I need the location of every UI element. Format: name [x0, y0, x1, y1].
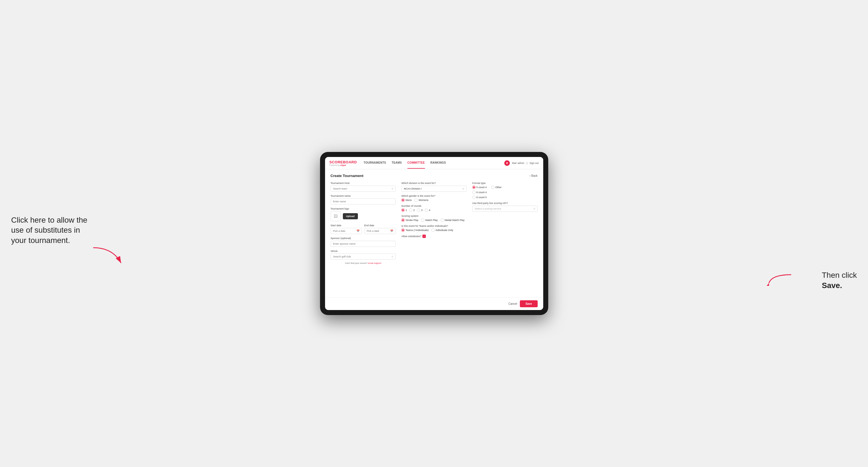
individuals-radio[interactable] — [431, 228, 435, 232]
6count5-radio[interactable] — [472, 196, 475, 199]
round-1[interactable]: 1 — [401, 209, 407, 212]
scoring-medal-match[interactable]: Medal Match Play — [440, 218, 465, 222]
format-field-group: Format type 5 count 4 Other — [472, 182, 538, 199]
host-dropdown-arrow: ▽ — [392, 188, 393, 190]
navigation: SCOREBOARD Powered by clippd TOURNAMENTS… — [325, 157, 543, 169]
other-radio[interactable] — [491, 186, 495, 189]
medal-match-radio[interactable] — [440, 218, 444, 222]
round-3-radio[interactable] — [417, 209, 420, 212]
host-text-input[interactable] — [333, 187, 392, 190]
format-6count5[interactable]: 6 count 5 — [472, 196, 538, 199]
page-footer: Cancel Save — [325, 297, 543, 310]
event-for-label: Is this event for Teams and/or Individua… — [401, 225, 467, 227]
match-play-radio[interactable] — [421, 218, 425, 222]
end-date-text[interactable] — [367, 229, 390, 232]
tournament-name-input[interactable] — [331, 198, 396, 205]
save-button[interactable]: Save — [520, 300, 537, 307]
cancel-button[interactable]: Cancel — [508, 302, 517, 305]
calendar-icon-end: 📅 — [390, 229, 393, 232]
host-input[interactable]: ▽ — [331, 186, 396, 192]
venue-field-group: Venue ▽ Can't find your venue? email sup… — [331, 250, 396, 264]
scoring-match[interactable]: Match Play — [421, 218, 438, 222]
end-date-input[interactable]: 📅 — [364, 228, 396, 234]
sponsor-label: Sponsor (optional) — [331, 237, 396, 240]
scoring-api-select[interactable]: Select a scoring service ▽ — [472, 206, 538, 212]
teams-radio[interactable] — [401, 228, 405, 232]
gender-radio-group: Mens Womens — [401, 198, 467, 202]
nav-committee[interactable]: COMMITTEE — [407, 157, 425, 169]
right-arrow-icon — [766, 272, 794, 286]
end-date-label: End date — [364, 224, 396, 227]
host-field-group: Tournament Host ▽ — [331, 182, 396, 192]
end-date-group: End date 📅 — [364, 224, 396, 234]
sponsor-field-group: Sponsor (optional) — [331, 237, 396, 247]
event-for-radio-group: Teams (+Individuals) Individuals Only — [401, 228, 467, 232]
back-button[interactable]: ‹ Back — [530, 174, 538, 177]
start-date-label: Start date — [331, 224, 362, 227]
rounds-field-group: Number of rounds 1 2 — [401, 205, 467, 212]
round-4-radio[interactable] — [425, 209, 428, 212]
venue-input[interactable]: ▽ — [331, 253, 396, 260]
scoring-field-group: Scoring system Stroke Play Match Play — [401, 215, 467, 222]
round-4[interactable]: 4 — [425, 209, 430, 212]
nav-links: TOURNAMENTS TEAMS COMMITTEE RANKINGS — [364, 157, 504, 169]
logo-upload-area: 🖼 Upload — [331, 211, 396, 221]
stroke-play-radio[interactable] — [401, 218, 405, 222]
event-for-field-group: Is this event for Teams and/or Individua… — [401, 225, 467, 232]
venue-dropdown-arrow: ▽ — [392, 255, 393, 258]
6count4-radio[interactable] — [472, 191, 475, 194]
format-other[interactable]: Other — [491, 186, 502, 189]
round-1-radio[interactable] — [401, 209, 405, 212]
avatar: B — [504, 160, 510, 166]
venue-text-input[interactable] — [333, 255, 392, 258]
nav-tournaments[interactable]: TOURNAMENTS — [364, 157, 386, 169]
name-text-input[interactable] — [333, 200, 394, 203]
scoring-api-arrow: ▽ — [533, 208, 535, 210]
start-date-input[interactable]: 📅 — [331, 228, 362, 234]
round-2-radio[interactable] — [409, 209, 412, 212]
logo-field-group: Tournament logo 🖼 Upload — [331, 207, 396, 221]
start-date-group: Start date 📅 — [331, 224, 362, 234]
round-2[interactable]: 2 — [409, 209, 415, 212]
form-col-2: Which division is the event for? NCAA Di… — [401, 182, 467, 264]
event-individuals[interactable]: Individuals Only — [431, 228, 453, 232]
tournament-name-label: Tournament name — [331, 194, 396, 197]
logo-powered: Powered by clippd — [330, 164, 357, 166]
email-support-link[interactable]: email support — [368, 262, 381, 264]
sponsor-text-input[interactable] — [333, 242, 394, 245]
right-annotation: Then click Save. — [822, 270, 857, 290]
format-6count4[interactable]: 6 count 4 — [472, 191, 538, 194]
form-col-1: Tournament Host ▽ Tournament name — [331, 182, 396, 264]
substitutes-checkbox-item: Allow substitutes? ✓ — [401, 235, 467, 238]
format-label: Format type — [472, 182, 538, 185]
5count4-radio[interactable] — [472, 186, 475, 189]
division-field-group: Which division is the event for? NCAA Di… — [401, 182, 467, 192]
event-teams[interactable]: Teams (+Individuals) — [401, 228, 429, 232]
nav-teams[interactable]: TEAMS — [392, 157, 402, 169]
scoring-api-placeholder: Select a scoring service — [475, 207, 501, 210]
round-3[interactable]: 3 — [417, 209, 423, 212]
page-content: Create Tournament ‹ Back Tournament Host — [325, 169, 543, 297]
gender-womens-radio[interactable] — [414, 198, 418, 202]
form-grid: Tournament Host ▽ Tournament name — [331, 182, 538, 264]
format-5count4[interactable]: 5 count 4 — [472, 186, 487, 189]
upload-button[interactable]: Upload — [343, 213, 358, 219]
form-col-3: Format type 5 count 4 Other — [472, 182, 538, 264]
tablet-device: SCOREBOARD Powered by clippd TOURNAMENTS… — [320, 152, 548, 315]
sign-out-link[interactable]: Sign out — [529, 162, 538, 164]
nav-rankings[interactable]: RANKINGS — [431, 157, 446, 169]
gender-womens[interactable]: Womens — [414, 198, 428, 202]
page-header: Create Tournament ‹ Back — [331, 174, 538, 178]
scoring-radio-group: Stroke Play Match Play Medal Match Play — [401, 218, 467, 222]
tablet-screen: SCOREBOARD Powered by clippd TOURNAMENTS… — [325, 157, 543, 310]
division-select[interactable]: NCAA Division I ▽ — [401, 186, 467, 192]
division-label: Which division is the event for? — [401, 182, 467, 185]
calendar-icon: 📅 — [356, 229, 360, 232]
gender-mens[interactable]: Mens — [401, 198, 412, 202]
sponsor-input[interactable] — [331, 241, 396, 247]
scoring-stroke[interactable]: Stroke Play — [401, 218, 418, 222]
gender-mens-radio[interactable] — [401, 198, 405, 202]
logo-name: SCOREBOARD — [330, 160, 357, 164]
start-date-text[interactable] — [333, 229, 356, 232]
substitutes-checkbox[interactable]: ✓ — [423, 235, 426, 238]
